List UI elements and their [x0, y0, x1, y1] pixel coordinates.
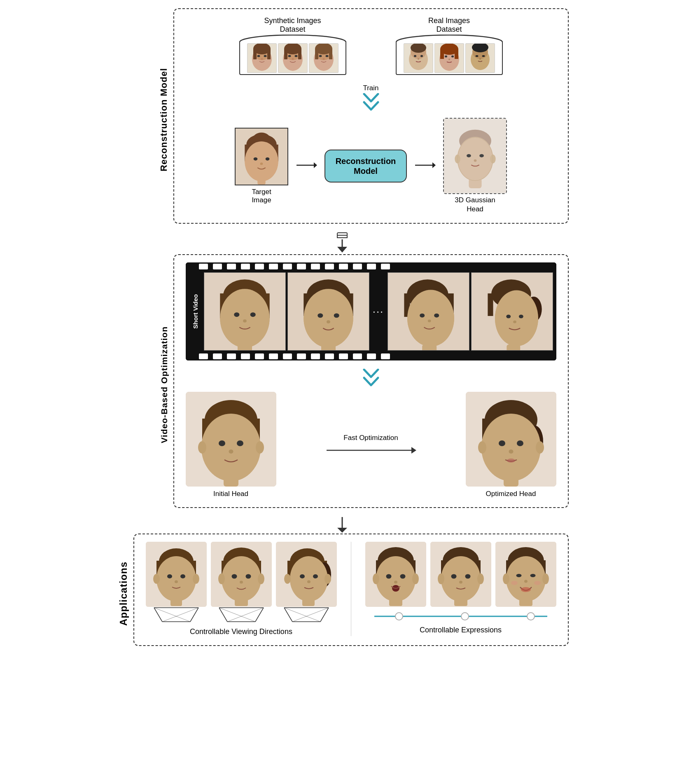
svg-point-241 [503, 573, 509, 584]
svg-rect-240 [519, 599, 532, 606]
real-cylinder [396, 35, 503, 80]
view-face-2 [211, 542, 272, 623]
expression-slider[interactable] [366, 612, 556, 621]
svg-point-196 [324, 574, 331, 584]
svg-point-114 [495, 290, 538, 346]
svg-point-208 [376, 556, 416, 601]
svg-rect-225 [454, 599, 467, 606]
gaussian-head-box: 3D Gaussian Head [443, 118, 507, 214]
expression-slider-track[interactable] [366, 612, 556, 621]
applications-section-label: Applications [118, 562, 129, 626]
svg-rect-71 [469, 178, 481, 188]
svg-point-193 [307, 580, 310, 583]
svg-rect-175 [235, 599, 248, 606]
fast-opt-arrow: Fast Optimization [326, 434, 416, 456]
svg-point-84 [220, 289, 269, 347]
svg-marker-147 [337, 528, 347, 533]
svg-point-222 [451, 574, 456, 579]
view-face-1 [146, 542, 207, 623]
svg-rect-113 [488, 293, 493, 316]
persp-box-3 [276, 607, 337, 623]
svg-line-162 [190, 608, 198, 622]
svg-point-38 [451, 56, 454, 58]
svg-point-172 [231, 574, 237, 579]
svg-point-97 [327, 321, 330, 324]
svg-line-165 [162, 608, 198, 622]
svg-point-145 [536, 441, 544, 454]
svg-rect-41 [440, 49, 444, 59]
svg-point-245 [461, 613, 469, 620]
svg-point-129 [198, 441, 206, 454]
svg-rect-5 [267, 49, 271, 59]
view-face-3 [276, 542, 337, 623]
svg-point-57 [266, 157, 270, 161]
svg-line-164 [154, 608, 190, 622]
svg-point-29 [414, 55, 416, 57]
video-section-label: Video-Based Optimization [159, 326, 169, 443]
svg-rect-13 [298, 49, 301, 59]
svg-point-221 [441, 556, 481, 601]
model-label-2: Model [354, 166, 378, 176]
svg-rect-157 [170, 599, 182, 606]
svg-point-30 [420, 55, 423, 57]
svg-point-105 [420, 314, 425, 318]
svg-point-23 [325, 55, 328, 57]
svg-point-191 [300, 574, 305, 578]
svg-rect-59 [257, 178, 265, 185]
svg-point-155 [180, 574, 185, 578]
svg-point-141 [509, 449, 513, 454]
svg-point-140 [517, 440, 523, 446]
svg-point-139 [499, 440, 505, 446]
expr-face-3 [495, 542, 556, 607]
short-video-label: Short Video [192, 294, 199, 329]
svg-line-183 [227, 608, 264, 622]
app-divider [351, 542, 351, 636]
svg-point-190 [290, 556, 328, 601]
fast-opt-label: Fast Optimization [343, 434, 398, 442]
svg-point-223 [465, 574, 470, 579]
svg-rect-4 [253, 49, 257, 59]
svg-point-124 [201, 414, 261, 481]
svg-point-211 [394, 581, 397, 584]
svg-point-138 [481, 414, 541, 481]
svg-rect-88 [237, 344, 252, 350]
svg-point-31 [418, 58, 419, 60]
svg-point-126 [237, 440, 243, 446]
target-image-label: TargetImage [252, 188, 271, 204]
svg-point-154 [167, 574, 172, 578]
svg-point-174 [240, 581, 243, 584]
svg-point-106 [434, 314, 439, 318]
svg-rect-42 [455, 49, 458, 59]
svg-line-161 [154, 608, 162, 622]
svg-point-239 [534, 581, 541, 585]
optimized-head-box: Optimized Head [466, 392, 556, 498]
svg-point-237 [521, 587, 531, 592]
svg-point-69 [479, 154, 484, 157]
train-chevrons [361, 93, 381, 112]
section-connector-2 [116, 516, 569, 533]
svg-point-70 [474, 159, 477, 162]
opt-chevrons [361, 369, 381, 388]
applications-row: Controllable Viewing Directions [146, 542, 556, 636]
reconstruction-section-label: Reconstruction Model [159, 68, 169, 171]
svg-rect-128 [224, 477, 238, 487]
initial-head-box: Initial Head [186, 392, 276, 498]
svg-rect-118 [507, 344, 520, 350]
svg-line-201 [284, 608, 320, 622]
svg-point-37 [445, 56, 447, 58]
expr-face-1 [365, 542, 426, 607]
svg-line-182 [219, 608, 255, 622]
svg-point-144 [478, 441, 486, 454]
real-dataset: Real Images Dataset [396, 16, 503, 80]
svg-point-238 [511, 581, 518, 585]
model-label-1: Reconstruction [336, 157, 396, 166]
expressions-label: Controllable Expressions [420, 626, 502, 634]
optimized-head-label: Optimized Head [486, 490, 536, 498]
svg-point-46 [475, 55, 478, 57]
expressions-col: Controllable Expressions [365, 542, 556, 636]
svg-point-115 [506, 315, 511, 318]
svg-point-56 [254, 157, 258, 161]
svg-marker-78 [337, 247, 347, 253]
svg-point-6 [257, 55, 260, 57]
svg-point-246 [527, 613, 535, 620]
